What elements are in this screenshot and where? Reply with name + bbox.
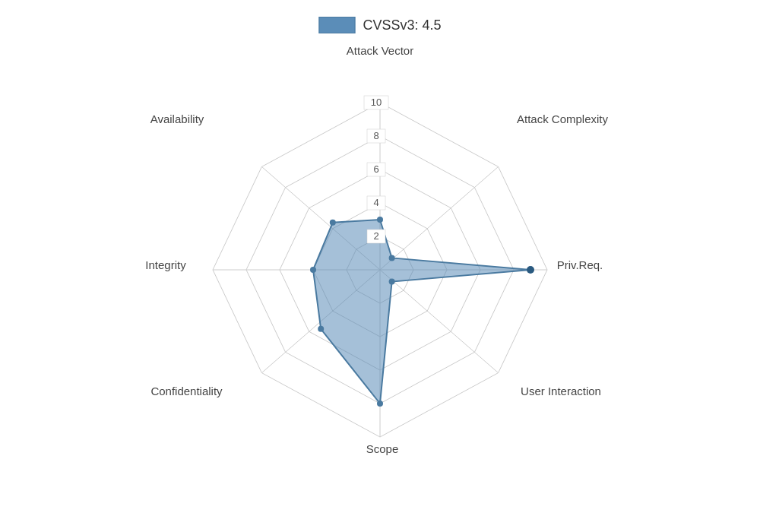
datapoint-attack-complexity <box>389 255 395 261</box>
label-integrity: Integrity <box>128 258 204 271</box>
chart-container: CVSSv3: 4.5 <box>0 0 760 532</box>
datapoint-availability <box>330 220 336 226</box>
data-polygon <box>313 220 530 404</box>
scale-label-10: 10 <box>371 97 382 108</box>
scale-label-6: 6 <box>373 163 378 175</box>
datapoint-attack-vector <box>377 217 383 223</box>
label-availability: Availability <box>128 112 226 125</box>
datapoint-integrity <box>310 267 316 273</box>
scale-label-4: 4 <box>373 197 378 208</box>
datapoint-scope <box>377 401 383 407</box>
datapoint-priv-req <box>527 266 534 274</box>
label-scope: Scope <box>337 442 428 455</box>
scale-label-8: 8 <box>373 130 378 141</box>
label-attack-vector: Attack Vector <box>334 44 426 57</box>
datapoint-user-interaction <box>389 279 395 285</box>
label-attack-complexity: Attack Complexity <box>502 112 623 125</box>
datapoint-confidentiality <box>318 326 324 332</box>
label-priv-req: Priv.Req. <box>546 258 614 271</box>
scale-label-2: 2 <box>373 230 378 242</box>
label-user-interaction: User Interaction <box>500 385 622 397</box>
label-confidentiality: Confidentiality <box>128 385 245 397</box>
